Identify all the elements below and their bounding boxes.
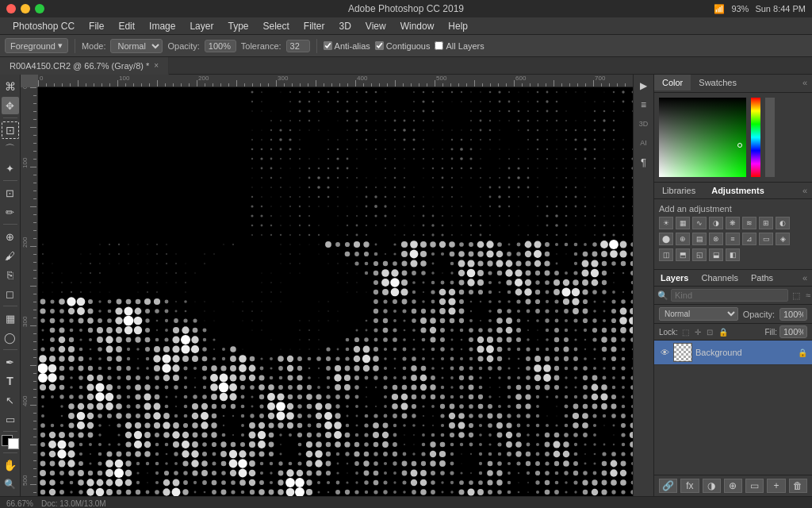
maximize-button[interactable] [35, 4, 44, 13]
all-layers-checkbox[interactable] [435, 41, 443, 50]
crop-tool[interactable]: ⊡ [2, 184, 19, 202]
lock-pixel-icon[interactable]: ⬚ [680, 328, 691, 337]
exposure-icon[interactable]: ◑ [709, 217, 723, 229]
color-alpha-strip[interactable] [765, 98, 775, 177]
opacity-input[interactable] [779, 308, 807, 321]
menu-type[interactable]: Type [221, 19, 255, 33]
brightness-icon[interactable]: ☀ [659, 217, 673, 229]
vibrance-icon[interactable]: ❋ [726, 217, 740, 229]
color-gradient[interactable] [659, 98, 746, 177]
menu-photoshop[interactable]: Photoshop CC [6, 19, 81, 33]
threshold-icon[interactable]: ⊿ [742, 233, 756, 245]
color-tab[interactable]: Color [654, 75, 691, 92]
rectangular-marquee-tool[interactable]: ⊡ [2, 121, 19, 139]
brush-tool[interactable]: 🖌 [2, 247, 19, 264]
spot-healing-tool[interactable]: ⊕ [2, 228, 19, 245]
posterize-icon[interactable]: ≡ [726, 233, 740, 245]
clone-stamp-tool[interactable]: ⎘ [2, 266, 19, 283]
layers-collapse[interactable]: « [798, 270, 812, 286]
gradient-tool[interactable]: ▦ [2, 310, 19, 327]
dodge-tool[interactable]: ◯ [2, 329, 19, 346]
document-tab[interactable]: R00A4150.CR2 @ 66.7% (Gray/8) * × [0, 57, 169, 75]
menu-image[interactable]: Image [143, 19, 182, 33]
mode-select[interactable]: Normal [110, 39, 163, 53]
hand-tool[interactable]: ✋ [2, 456, 19, 474]
layers-tab[interactable]: Layers [654, 270, 695, 286]
bw-icon[interactable]: ◐ [776, 217, 790, 229]
adj-icon-1[interactable]: ◫ [659, 248, 673, 261]
layer-fx-button[interactable]: fx [680, 479, 699, 493]
adj-icon-2[interactable]: ⬒ [676, 248, 690, 261]
color-balance-icon[interactable]: ⊞ [759, 217, 773, 229]
contiguous-checkbox[interactable] [375, 41, 384, 50]
adj-icon-3[interactable]: ◱ [692, 248, 707, 261]
menu-view[interactable]: View [359, 19, 393, 33]
tool-preset-picker[interactable]: Foreground ▾ [5, 38, 68, 53]
layer-mask-button[interactable]: ◑ [703, 479, 721, 493]
selective-color-icon[interactable]: ◈ [776, 233, 790, 245]
menu-layer[interactable]: Layer [183, 19, 220, 33]
background-color[interactable] [8, 438, 19, 449]
layer-new-button[interactable]: + [767, 479, 785, 493]
adjustments-tab[interactable]: Adjustments [703, 183, 772, 198]
canvas-content[interactable] [38, 87, 633, 496]
adjustments-collapse[interactable]: « [798, 183, 812, 198]
history-brush-icon[interactable]: ▶ [636, 78, 652, 94]
layer-link-button[interactable]: 🔗 [659, 479, 677, 493]
menu-window[interactable]: Window [394, 19, 441, 33]
quick-select-tool[interactable]: ✦ [2, 160, 19, 177]
layers-search-input[interactable] [671, 289, 788, 302]
paths-tab[interactable]: Paths [745, 270, 779, 286]
menu-filter[interactable]: Filter [297, 19, 331, 33]
layer-visibility-toggle[interactable]: 👁 [659, 347, 670, 358]
levels-icon[interactable]: ▦ [676, 217, 690, 229]
layer-group-button[interactable]: ▭ [745, 479, 764, 493]
layer-delete-button[interactable]: 🗑 [789, 479, 807, 493]
gradient-map-icon[interactable]: ▭ [759, 233, 773, 245]
anti-alias-checkbox[interactable] [324, 41, 332, 50]
move-tool[interactable]: ✥ [2, 97, 19, 114]
close-button[interactable] [6, 4, 16, 13]
layer-adj-button[interactable]: ⊕ [724, 479, 742, 493]
art-history-icon[interactable]: ≡ [636, 97, 652, 113]
menu-3d[interactable]: 3D [333, 19, 358, 33]
path-selection-tool[interactable]: ↖ [2, 391, 19, 409]
layer-row[interactable]: 👁 Background 🔒 [654, 341, 812, 365]
fg-bg-colors[interactable] [2, 435, 19, 449]
menu-help[interactable]: Help [442, 19, 474, 33]
color-panel-collapse[interactable]: « [798, 75, 812, 92]
color-hue-strip[interactable] [751, 98, 760, 177]
lock-all-icon[interactable]: 🔒 [717, 328, 730, 337]
zoom-tool[interactable]: 🔍 [2, 475, 19, 493]
menu-file[interactable]: File [82, 19, 110, 33]
hsl-icon[interactable]: ≋ [742, 217, 756, 229]
shape-tool[interactable]: ▭ [2, 410, 19, 428]
color-lookup-icon[interactable]: ▤ [692, 233, 707, 245]
menu-select[interactable]: Select [256, 19, 295, 33]
type-tool[interactable]: T [2, 372, 19, 390]
tolerance-input[interactable] [286, 40, 310, 52]
channels-tab[interactable]: Channels [695, 270, 744, 286]
fill-input[interactable] [779, 325, 807, 338]
swatches-tab[interactable]: Swatches [691, 75, 745, 92]
layers-filter-adj[interactable]: ≈ [804, 291, 812, 300]
menu-edit[interactable]: Edit [112, 19, 141, 33]
lasso-tool[interactable]: ⌒ [2, 140, 19, 158]
curves-icon[interactable]: ∿ [692, 217, 707, 229]
libraries-tab[interactable]: Libraries [654, 183, 703, 198]
eyedropper-tool[interactable]: ✏ [2, 203, 19, 221]
blend-mode-select[interactable]: Normal [659, 307, 738, 321]
canvas-area[interactable] [21, 75, 633, 496]
pen-tool[interactable]: ✒ [2, 353, 19, 371]
layers-filter-pixel[interactable]: ⬚ [791, 291, 802, 301]
lock-position-icon[interactable]: ✛ [693, 328, 703, 337]
tab-close-button[interactable]: × [154, 61, 159, 70]
channel-mixer-icon[interactable]: ⊕ [676, 233, 690, 245]
halftone-image[interactable] [38, 87, 633, 496]
adj-icon-5[interactable]: ◧ [726, 248, 740, 261]
eraser-tool[interactable]: ◻ [2, 285, 19, 302]
invert-icon[interactable]: ⊗ [709, 233, 723, 245]
photo-filter-icon[interactable]: ⬤ [659, 233, 673, 245]
lock-artboard-icon[interactable]: ⊡ [705, 328, 714, 337]
minimize-button[interactable] [21, 4, 30, 13]
